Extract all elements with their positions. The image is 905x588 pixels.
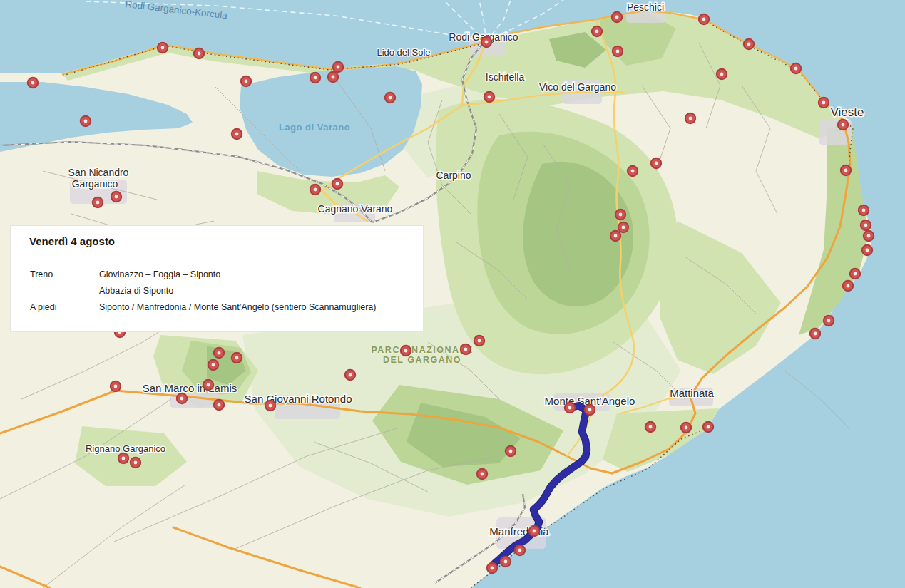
waypoint-marker-dot bbox=[631, 170, 635, 173]
waypoint-marker[interactable] bbox=[232, 353, 242, 363]
town-label: Peschici bbox=[627, 1, 664, 13]
waypoint-marker[interactable] bbox=[477, 469, 487, 479]
waypoint-marker[interactable] bbox=[703, 422, 713, 432]
waypoint-marker[interactable] bbox=[203, 380, 213, 390]
waypoint-marker[interactable] bbox=[810, 329, 820, 339]
waypoint-marker[interactable] bbox=[864, 231, 874, 241]
waypoint-marker[interactable] bbox=[565, 403, 575, 413]
waypoint-marker-dot bbox=[685, 426, 688, 430]
waypoint-marker[interactable] bbox=[401, 346, 411, 356]
waypoint-marker[interactable] bbox=[613, 46, 623, 56]
waypoint-marker[interactable] bbox=[214, 348, 224, 358]
waypoint-marker[interactable] bbox=[232, 129, 242, 139]
waypoint-marker[interactable] bbox=[699, 14, 709, 24]
waypoint-marker[interactable] bbox=[612, 12, 622, 22]
waypoint-marker[interactable] bbox=[717, 69, 727, 79]
waypoint-marker[interactable] bbox=[610, 231, 620, 241]
itinerary-row-value: Giovinazzo – Foggia – Siponto bbox=[99, 267, 220, 283]
waypoint-marker[interactable] bbox=[310, 73, 320, 83]
waypoint-marker[interactable] bbox=[328, 72, 338, 82]
waypoint-marker[interactable] bbox=[385, 93, 395, 103]
waypoint-marker[interactable] bbox=[515, 545, 525, 555]
waypoint-marker-dot bbox=[827, 319, 831, 323]
waypoint-marker[interactable] bbox=[111, 192, 121, 202]
waypoint-marker[interactable] bbox=[685, 113, 695, 123]
waypoint-marker-dot bbox=[568, 406, 572, 410]
waypoint-marker[interactable] bbox=[310, 185, 320, 195]
waypoint-marker[interactable] bbox=[843, 281, 853, 291]
waypoint-marker-dot bbox=[134, 461, 138, 465]
waypoint-marker[interactable] bbox=[681, 423, 691, 433]
waypoint-marker[interactable] bbox=[93, 197, 103, 207]
waypoint-marker[interactable] bbox=[651, 158, 661, 168]
waypoint-marker[interactable] bbox=[461, 344, 471, 354]
waypoint-marker[interactable] bbox=[585, 405, 595, 415]
waypoint-marker[interactable] bbox=[850, 269, 860, 279]
waypoint-marker-dot bbox=[488, 96, 491, 99]
waypoint-marker[interactable] bbox=[177, 393, 187, 403]
waypoint-marker-dot bbox=[504, 560, 508, 564]
waypoint-marker-dot bbox=[619, 213, 623, 217]
waypoint-marker[interactable] bbox=[484, 92, 494, 102]
waypoint-marker[interactable] bbox=[333, 62, 343, 72]
waypoint-marker[interactable] bbox=[81, 116, 91, 126]
waypoint-marker[interactable] bbox=[158, 43, 168, 53]
itinerary-row: TrenoGiovinazzo – Foggia – Siponto bbox=[30, 267, 423, 283]
waypoint-marker[interactable] bbox=[862, 245, 872, 255]
waypoint-marker[interactable] bbox=[628, 166, 638, 176]
waypoint-marker[interactable] bbox=[28, 78, 38, 88]
waypoint-marker[interactable] bbox=[194, 48, 204, 58]
waypoint-marker[interactable] bbox=[501, 557, 511, 567]
waypoint-marker-dot bbox=[84, 120, 88, 123]
waypoint-marker-dot bbox=[595, 30, 599, 33]
waypoint-marker[interactable] bbox=[487, 563, 497, 573]
waypoint-marker[interactable] bbox=[332, 179, 342, 189]
waypoint-marker-dot bbox=[649, 425, 653, 429]
waypoint-marker[interactable] bbox=[744, 39, 754, 49]
waypoint-marker[interactable] bbox=[861, 220, 871, 230]
waypoint-marker-dot bbox=[485, 41, 489, 44]
town-label: San Giovanni Rotondo bbox=[245, 393, 352, 405]
waypoint-marker[interactable] bbox=[214, 400, 224, 410]
waypoint-marker[interactable] bbox=[118, 453, 128, 463]
map-viewport[interactable]: San NicandroGarganicoCagnano VaranoCarpi… bbox=[0, 0, 905, 588]
park-label: DEL GARGANO bbox=[383, 355, 461, 365]
waypoint-marker[interactable] bbox=[345, 370, 355, 380]
waypoint-marker-dot bbox=[707, 425, 710, 429]
waypoint-marker[interactable] bbox=[791, 63, 801, 73]
waypoint-marker[interactable] bbox=[481, 37, 491, 47]
waypoint-marker[interactable] bbox=[618, 222, 628, 232]
waypoint-marker[interactable] bbox=[506, 446, 516, 456]
itinerary-row: A piediSiponto / Manfredonia / Monte San… bbox=[30, 299, 423, 316]
itinerary-row-value: Abbazia di Siponto bbox=[99, 283, 173, 299]
waypoint-marker[interactable] bbox=[838, 120, 848, 130]
waypoint-marker[interactable] bbox=[208, 360, 218, 370]
town-label: San Nicandro bbox=[68, 167, 129, 178]
waypoint-marker-dot bbox=[180, 397, 184, 401]
waypoint-marker-dot bbox=[655, 162, 658, 165]
waypoint-marker-dot bbox=[115, 195, 118, 199]
waypoint-marker[interactable] bbox=[131, 458, 140, 468]
waypoint-marker[interactable] bbox=[265, 401, 275, 411]
waypoint-marker-dot bbox=[269, 404, 272, 408]
waypoint-marker[interactable] bbox=[241, 76, 251, 86]
waypoint-marker[interactable] bbox=[592, 26, 602, 36]
waypoint-marker-dot bbox=[332, 76, 335, 79]
waypoint-marker[interactable] bbox=[474, 336, 484, 346]
waypoint-marker-dot bbox=[867, 234, 871, 238]
waypoint-marker[interactable] bbox=[824, 316, 834, 326]
waypoint-marker-dot bbox=[866, 249, 869, 252]
waypoint-marker[interactable] bbox=[645, 422, 655, 432]
waypoint-marker[interactable] bbox=[819, 98, 829, 108]
waypoint-marker[interactable] bbox=[111, 381, 121, 391]
waypoint-marker[interactable] bbox=[859, 205, 869, 215]
itinerary-rows: TrenoGiovinazzo – Foggia – Siponto Abbaz… bbox=[30, 267, 423, 316]
waypoint-marker-dot bbox=[389, 96, 392, 100]
waypoint-marker[interactable] bbox=[615, 210, 625, 220]
waypoint-marker[interactable] bbox=[529, 526, 539, 536]
itinerary-row-label: A piedi bbox=[30, 299, 99, 316]
waypoint-marker[interactable] bbox=[841, 165, 851, 175]
waypoint-marker-dot bbox=[842, 123, 845, 127]
town-label: Cagnano Varano bbox=[318, 203, 393, 215]
waypoint-marker-dot bbox=[533, 530, 536, 533]
